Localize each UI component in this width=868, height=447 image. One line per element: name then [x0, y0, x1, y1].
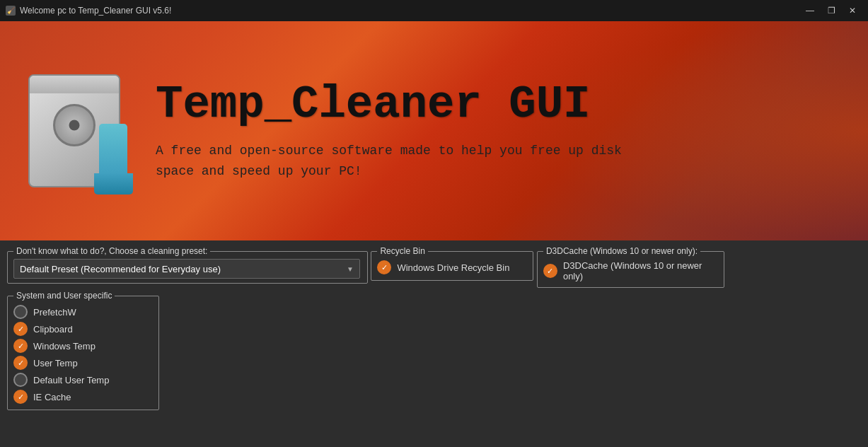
preset-group: Don't know what to do?, Choose a cleanin…	[7, 246, 368, 284]
preset-legend: Don't know what to do?, Choose a cleanin…	[13, 246, 210, 256]
system-user-group: System and User specific PrefetchW✓Clipb…	[7, 291, 159, 410]
recycle-bin-group: Recycle Bin ✓ Windows Drive Recycle Bin	[371, 246, 533, 281]
minimize-button[interactable]: —	[800, 4, 820, 18]
titlebar-left: 🧹 Welcome pc to Temp_Cleaner GUI v5.6!	[6, 6, 171, 16]
titlebar-controls: — ❐ ✕	[800, 4, 862, 18]
system-checkbox-5[interactable]: ✓	[13, 390, 28, 404]
system-item-1[interactable]: ✓Clipboard	[13, 320, 153, 337]
system-label-1: Clipboard	[33, 324, 73, 335]
app-icon: 🧹	[6, 6, 16, 16]
system-items-container: PrefetchW✓Clipboard✓Windows Temp✓User Te…	[13, 303, 153, 405]
brush-body	[99, 124, 127, 173]
system-checkbox-1[interactable]: ✓	[13, 322, 28, 336]
system-label-2: Windows Temp	[33, 341, 96, 352]
system-label-3: User Temp	[33, 358, 78, 368]
system-item-2[interactable]: ✓Windows Temp	[13, 337, 153, 354]
system-checkbox-0[interactable]	[13, 305, 28, 319]
system-checkbox-3[interactable]: ✓	[13, 356, 28, 370]
recycle-bin-item-0[interactable]: ✓ Windows Drive Recycle Bin	[377, 259, 527, 276]
content-area: Don't know what to do?, Choose a cleanin…	[0, 240, 868, 419]
maximize-button[interactable]: ❐	[821, 4, 841, 18]
hero-text: Temp_Cleaner GUI A free and open-source …	[156, 80, 637, 182]
hero-subtitle: A free and open-source software made to …	[156, 141, 637, 182]
d3dcache-legend: D3DCache (Windows 10 or newer only):	[543, 246, 700, 256]
d3dcache-label-0: D3DCache (Windows 10 or newer only)	[563, 260, 718, 281]
d3dcache-group: D3DCache (Windows 10 or newer only): ✓ D…	[537, 246, 724, 288]
brush-icon	[92, 124, 134, 195]
window-title: Welcome pc to Temp_Cleaner GUI v5.6!	[20, 6, 171, 16]
d3dcache-item-0[interactable]: ✓ D3DCache (Windows 10 or newer only)	[543, 259, 718, 283]
system-checkbox-2[interactable]: ✓	[13, 339, 28, 353]
system-checkbox-4[interactable]	[13, 373, 28, 387]
recycle-bin-checkbox-0[interactable]: ✓	[377, 260, 391, 274]
app-logo	[21, 60, 134, 202]
system-item-0[interactable]: PrefetchW	[13, 303, 153, 320]
titlebar: 🧹 Welcome pc to Temp_Cleaner GUI v5.6! —…	[0, 0, 868, 21]
system-label-4: Default User Temp	[33, 375, 109, 385]
preset-dropdown[interactable]: Default Preset (Recommended for Everyday…	[13, 259, 360, 279]
brush-head	[94, 173, 133, 195]
hdd-top	[30, 76, 119, 93]
system-item-4[interactable]: Default User Temp	[13, 371, 153, 388]
d3dcache-checkbox-0[interactable]: ✓	[543, 264, 557, 278]
system-label-5: IE Cache	[33, 392, 71, 402]
preset-selected-value: Default Preset (Recommended for Everyday…	[20, 264, 221, 274]
hero-title: Temp_Cleaner GUI	[156, 80, 637, 129]
dropdown-arrow-icon: ▼	[347, 265, 354, 273]
system-label-0: PrefetchW	[33, 307, 76, 318]
recycle-bin-label-0: Windows Drive Recycle Bin	[397, 262, 509, 273]
hdd-circle	[53, 104, 96, 146]
system-item-5[interactable]: ✓IE Cache	[13, 388, 153, 405]
system-user-legend: System and User specific	[13, 291, 115, 301]
hero-banner: Temp_Cleaner GUI A free and open-source …	[0, 21, 868, 240]
system-item-3[interactable]: ✓User Temp	[13, 354, 153, 371]
close-button[interactable]: ✕	[843, 4, 862, 18]
recycle-bin-legend: Recycle Bin	[377, 246, 427, 256]
